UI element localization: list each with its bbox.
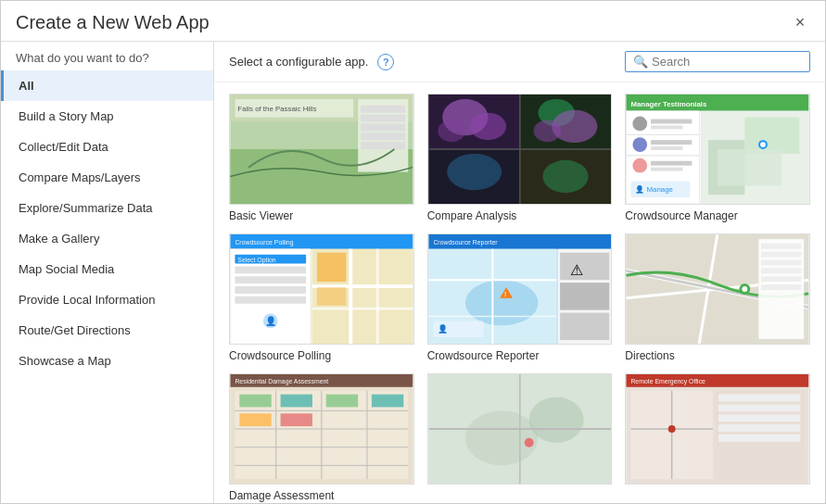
svg-rect-55 — [376, 249, 379, 344]
svg-text:👤 Manage: 👤 Manage — [636, 184, 674, 194]
svg-point-22 — [447, 154, 502, 190]
svg-rect-95 — [761, 252, 801, 258]
svg-rect-53 — [349, 249, 352, 344]
svg-text:Manager Testimonials: Manager Testimonials — [631, 100, 708, 108]
svg-rect-64 — [235, 286, 306, 294]
app-name-directions: Directions — [625, 349, 810, 362]
svg-rect-112 — [281, 395, 312, 408]
app-thumbnail-crowdsource-polling: Crowdsource Polling — [229, 233, 414, 345]
app-card-placeholder2[interactable]: Remote Emergency Office — [625, 373, 810, 502]
app-card-crowdsource-polling[interactable]: Crowdsource Polling — [229, 233, 414, 362]
app-name-crowdsource-manager: Crowdsource Manager — [625, 209, 810, 222]
svg-rect-96 — [761, 260, 801, 266]
svg-text:Crowdsource Polling: Crowdsource Polling — [235, 239, 293, 246]
svg-point-122 — [524, 438, 533, 447]
sidebar-item-all[interactable]: All — [1, 70, 213, 101]
svg-rect-135 — [718, 435, 801, 442]
svg-text:Residential Damage Assessment: Residential Damage Assessment — [235, 378, 328, 385]
svg-rect-35 — [651, 140, 692, 145]
svg-rect-114 — [281, 413, 312, 426]
sidebar-item-explore[interactable]: Explore/Summarize Data — [1, 193, 213, 223]
sidebar-item-story-map[interactable]: Build a Story Map — [1, 101, 213, 132]
svg-text:👤: 👤 — [438, 323, 449, 334]
sidebar-item-local-info[interactable]: Provide Local Information — [1, 284, 213, 315]
svg-rect-46 — [718, 149, 782, 185]
app-thumbnail-basic-viewer: Falls of the Passaic Hills — [229, 94, 414, 205]
app-card-placeholder1[interactable] — [427, 373, 613, 502]
app-name-damage-assessment: Damage Assessment — [229, 489, 414, 502]
app-thumbnail-placeholder2: Remote Emergency Office — [625, 373, 810, 485]
app-card-basic-viewer[interactable]: Falls of the Passaic Hills Basic Viewer — [229, 94, 414, 222]
search-icon: 🔍 — [633, 55, 648, 69]
svg-text:Select Option: Select Option — [237, 257, 275, 264]
toolbar-label: Select a configurable app. — [229, 55, 368, 69]
svg-rect-63 — [235, 276, 306, 284]
modal-header: Create a New Web App × — [1, 1, 825, 42]
svg-rect-57 — [317, 253, 346, 282]
svg-rect-97 — [761, 268, 801, 273]
sidebar-item-collect-edit[interactable]: Collect/Edit Data — [1, 132, 213, 162]
sidebar-item-compare[interactable]: Compare Maps/Layers — [1, 162, 213, 193]
modal-body: What do you want to do? All Build a Stor… — [1, 42, 825, 503]
svg-rect-94 — [761, 244, 801, 249]
svg-point-72 — [464, 280, 538, 325]
svg-rect-131 — [718, 395, 801, 402]
svg-rect-40 — [651, 168, 682, 171]
svg-rect-115 — [326, 395, 358, 408]
app-thumbnail-compare-analysis — [427, 94, 613, 205]
apps-grid: Falls of the Passaic Hills Basic Viewer — [214, 82, 825, 503]
svg-point-45 — [760, 142, 766, 147]
svg-point-130 — [668, 425, 676, 433]
svg-rect-80 — [560, 283, 609, 310]
svg-rect-9 — [361, 132, 405, 140]
svg-rect-99 — [761, 284, 801, 290]
main-toolbar: Select a configurable app. ? 🔍 — [214, 42, 825, 82]
svg-text:!: ! — [504, 291, 506, 297]
svg-point-17 — [469, 113, 505, 141]
svg-text:👤: 👤 — [265, 315, 277, 327]
sidebar-item-directions[interactable]: Route/Get Directions — [1, 315, 213, 346]
svg-rect-79 — [560, 253, 609, 281]
svg-point-118 — [464, 410, 538, 465]
app-thumbnail-directions — [625, 233, 810, 345]
svg-point-38 — [633, 158, 648, 173]
svg-rect-7 — [361, 115, 405, 122]
svg-rect-62 — [235, 266, 306, 273]
modal-title: Create a New Web App — [16, 12, 210, 33]
search-box: 🔍 — [625, 51, 810, 72]
search-input[interactable] — [652, 55, 802, 69]
svg-rect-31 — [651, 120, 692, 124]
svg-rect-39 — [651, 161, 692, 166]
svg-rect-42 — [745, 118, 800, 154]
sidebar-question: What do you want to do? — [1, 42, 213, 70]
app-name-crowdsource-reporter: Crowdsource Reporter — [427, 349, 613, 362]
app-card-compare-analysis[interactable]: Compare Analysis — [427, 94, 613, 222]
sidebar: What do you want to do? All Build a Stor… — [1, 42, 214, 503]
sidebar-item-showcase[interactable]: Showcase a Map — [1, 346, 213, 376]
app-thumbnail-placeholder1 — [427, 373, 613, 485]
app-card-directions[interactable]: Directions — [625, 233, 810, 362]
svg-text:⚠: ⚠ — [570, 262, 583, 278]
svg-rect-6 — [361, 106, 405, 113]
svg-rect-133 — [718, 414, 801, 422]
svg-rect-58 — [317, 287, 346, 306]
app-card-crowdsource-reporter[interactable]: Crowdsource Reporter ! — [427, 233, 613, 362]
help-icon[interactable]: ? — [377, 54, 394, 70]
svg-text:Falls of the Passaic Hills: Falls of the Passaic Hills — [237, 105, 316, 113]
svg-rect-10 — [361, 142, 405, 149]
svg-rect-134 — [718, 424, 801, 432]
svg-rect-65 — [235, 296, 306, 304]
sidebar-item-social-media[interactable]: Map Social Media — [1, 254, 213, 284]
app-card-crowdsource-manager[interactable]: Manager Testimonials — [625, 94, 810, 222]
svg-point-23 — [542, 160, 588, 193]
svg-rect-98 — [761, 276, 801, 282]
app-card-damage-assessment[interactable]: Residential Damage Assessment — [229, 373, 414, 502]
svg-rect-36 — [651, 146, 682, 150]
app-name-compare-analysis: Compare Analysis — [427, 209, 613, 222]
svg-rect-132 — [718, 404, 801, 411]
svg-rect-113 — [239, 413, 271, 426]
close-button[interactable]: × — [790, 13, 810, 33]
svg-rect-56 — [312, 308, 413, 310]
sidebar-item-gallery[interactable]: Make a Gallery — [1, 223, 213, 254]
main-content: Select a configurable app. ? 🔍 — [214, 42, 825, 503]
